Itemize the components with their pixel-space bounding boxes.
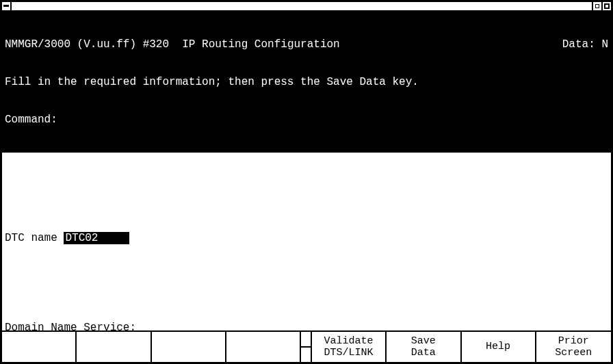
f1-key[interactable] [2, 332, 77, 362]
f3-key[interactable] [152, 332, 226, 362]
dtc-name-field[interactable]: DTC02 [64, 232, 129, 244]
data-flag-value: N [601, 38, 608, 51]
instruction-text: Fill in the required information; then p… [5, 76, 608, 88]
titlebar [2, 2, 611, 12]
dns-section-label: Domain Name Service: [5, 322, 136, 330]
minimize-icon[interactable] [592, 2, 601, 10]
data-flag-label: Data: [562, 38, 595, 51]
f8-key-prior-screen[interactable]: PriorScreen [536, 332, 611, 362]
f7-key-help[interactable]: Help [462, 332, 536, 362]
dtc-name-label: DTC name [5, 232, 57, 244]
screen-header: NMMGR/3000 (V.uu.ff) #320 IP Routing Con… [2, 12, 611, 153]
page-title: IP Routing Configuration [182, 38, 339, 51]
f5-key-validate[interactable]: ValidateDTS/LINK [312, 332, 387, 362]
function-key-bar: ValidateDTS/LINK SaveData Help PriorScre… [2, 330, 611, 362]
f4-key[interactable] [226, 332, 301, 362]
fkey-gap [301, 332, 312, 362]
app-window: NMMGR/3000 (V.uu.ff) #320 IP Routing Con… [0, 0, 613, 364]
f2-key[interactable] [77, 332, 151, 362]
f6-key-save-data[interactable]: SaveData [387, 332, 461, 362]
program-id: NMMGR/3000 (V.uu.ff) #320 [5, 38, 169, 51]
command-label: Command: [5, 114, 608, 126]
form-body: DTC name DTC02 Domain Name Service: Defa… [2, 153, 611, 330]
maximize-icon[interactable] [601, 2, 611, 10]
system-menu-icon[interactable] [2, 2, 12, 10]
